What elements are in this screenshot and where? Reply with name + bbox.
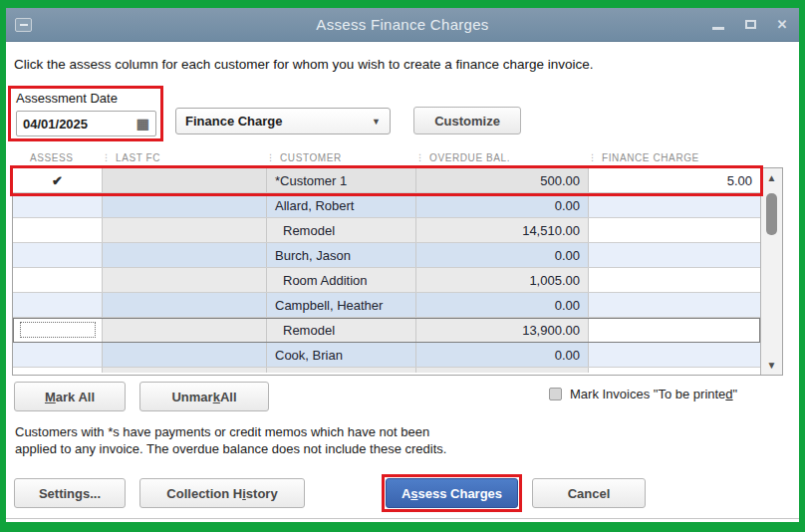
table-row-allard-remodel[interactable]: Remodel 14,510.00 xyxy=(13,218,760,243)
column-header-last-fc: ⋮LAST FC xyxy=(102,147,266,167)
label-part: Settin xyxy=(39,486,75,501)
assess-cell xyxy=(13,368,103,373)
finance-charge-cell[interactable] xyxy=(589,243,760,267)
last-fc-cell xyxy=(103,318,267,342)
overdue-bal-cell: 13,900.00 xyxy=(416,318,589,342)
table-row-campbell-heather[interactable]: Campbell, Heather 0.00 xyxy=(13,293,760,318)
customer-cell: Remodel xyxy=(267,318,416,342)
assess-cell[interactable] xyxy=(13,243,103,267)
table-row-cook-brian[interactable]: Cook, Brian 0.00 xyxy=(13,343,760,368)
collection-history-button[interactable]: Collection History xyxy=(139,478,305,508)
last-fc-cell xyxy=(103,343,267,367)
column-separator-icon: ⋮ xyxy=(415,152,424,162)
table-row-allard-robert[interactable]: Allard, Robert 0.00 xyxy=(13,193,760,218)
table-rows: ✔ *Customer 1 500.00 5.00 Allard, Robert… xyxy=(13,168,760,375)
table-row-campbell-remodel-focused[interactable]: Remodel 13,900.00 xyxy=(13,318,760,343)
label-part: Collection H xyxy=(166,486,242,501)
label-part: All xyxy=(220,390,237,404)
label-mnemonic: k xyxy=(213,390,220,404)
assess-charges-button[interactable]: Assess Charges xyxy=(386,478,518,508)
column-separator-icon: ⋮ xyxy=(102,152,111,162)
table-header: ASSESS ⋮LAST FC ⋮CUSTOMER ⋮OVERDUE BAL. … xyxy=(12,147,759,167)
customize-label: Customize xyxy=(434,114,500,129)
maximize-button[interactable] xyxy=(742,17,758,33)
overdue-bal-cell: 0.00 xyxy=(416,343,589,367)
assess-cell[interactable] xyxy=(13,193,103,217)
label-part: ark All xyxy=(56,390,95,404)
cancel-button[interactable]: Cancel xyxy=(532,478,646,508)
overdue-bal-cell: 0.00 xyxy=(416,293,589,317)
label-part: " xyxy=(733,387,738,401)
customer-cell: *Customer 1 xyxy=(267,168,416,192)
dialog-content: Click the assess column for each custome… xyxy=(6,42,799,522)
assess-cell[interactable]: ✔ xyxy=(13,168,103,192)
finance-charge-cell[interactable] xyxy=(589,343,760,367)
overdue-bal-cell: 1,005.00 xyxy=(416,268,589,292)
customer-cell: Cook, Brian xyxy=(267,343,416,367)
customer-cell: Allard, Robert xyxy=(267,193,416,217)
finance-charge-cell[interactable] xyxy=(589,268,760,292)
label-mnemonic: s xyxy=(410,486,417,501)
to-be-printed-label[interactable]: Mark Invoices "To be printed" xyxy=(570,387,737,401)
finance-charge-cell[interactable] xyxy=(589,193,760,217)
last-fc-cell xyxy=(103,193,267,217)
last-fc-cell xyxy=(103,293,267,317)
finance-charge-cell[interactable]: 5.00 xyxy=(589,168,760,192)
customer-cell: Campbell, Heather xyxy=(267,293,416,317)
label-mnemonic: g xyxy=(75,486,83,501)
assessment-date-field[interactable]: 04/01/2025 ▦ xyxy=(16,111,156,136)
scroll-down-icon[interactable]: ▼ xyxy=(761,356,782,375)
settings-button[interactable]: Settings... xyxy=(14,478,126,508)
overdue-bal-cell: 0.00 xyxy=(416,243,589,267)
table-row-room-addition[interactable]: Room Addition 1,005.00 xyxy=(13,268,760,293)
close-button[interactable]: ✕ xyxy=(774,17,790,33)
window-controls: ✕ xyxy=(710,17,790,33)
assess-cell[interactable] xyxy=(13,218,103,242)
unmark-all-button[interactable]: Unmark All xyxy=(139,382,269,411)
label-part: Cancel xyxy=(568,486,611,501)
scroll-up-icon[interactable]: ▲ xyxy=(761,168,782,187)
overdue-bal-cell: 500.00 xyxy=(416,168,589,192)
column-header-overdue-bal: ⋮OVERDUE BAL. xyxy=(415,147,588,167)
credits-note-line1: Customers with *s have payments or credi… xyxy=(15,423,446,440)
overdue-bal-cell xyxy=(416,368,589,373)
customer-table: ✔ *Customer 1 500.00 5.00 Allard, Robert… xyxy=(12,167,783,376)
label-part: story xyxy=(246,486,278,501)
table-row-partial xyxy=(13,368,760,373)
assess-cell[interactable] xyxy=(13,293,103,317)
finance-charge-item-dropdown[interactable]: Finance Charge ▼ xyxy=(175,108,391,134)
chevron-down-icon: ▼ xyxy=(372,117,381,127)
table-row-burch-jason[interactable]: Burch, Jason 0.00 xyxy=(13,243,760,268)
green-highlight-frame: Assess Finance Charges ✕ Click the asses… xyxy=(0,0,805,532)
customer-cell: Room Addition xyxy=(267,268,416,292)
assess-cell-focused[interactable] xyxy=(13,318,103,342)
finance-charge-cell xyxy=(589,368,760,373)
label-part: A xyxy=(402,486,410,501)
vertical-scrollbar[interactable]: ▲ ▼ xyxy=(760,168,782,375)
overdue-bal-cell: 14,510.00 xyxy=(416,218,589,242)
table-row-customer-1-highlighted[interactable]: ✔ *Customer 1 500.00 5.00 xyxy=(13,168,760,193)
window-title: Assess Finance Charges xyxy=(6,16,799,33)
finance-charge-item-value: Finance Charge xyxy=(185,114,283,129)
column-separator-icon: ⋮ xyxy=(266,152,275,162)
minimize-button[interactable] xyxy=(710,17,726,33)
last-fc-cell xyxy=(103,243,267,267)
last-fc-cell xyxy=(103,268,267,292)
customer-cell xyxy=(267,368,416,373)
finance-charge-cell[interactable] xyxy=(589,218,760,242)
label-part: sess Charges xyxy=(418,486,503,501)
assessment-date-value: 04/01/2025 xyxy=(23,117,88,132)
scrollbar-thumb[interactable] xyxy=(766,193,777,235)
column-header-assess: ASSESS xyxy=(12,147,102,167)
to-be-printed-checkbox[interactable] xyxy=(549,388,562,400)
calendar-icon[interactable]: ▦ xyxy=(136,117,149,131)
credits-note-line2: applied to any invoice. The overdue bala… xyxy=(15,440,446,457)
customize-button[interactable]: Customize xyxy=(413,107,521,134)
mark-all-button[interactable]: Mark All xyxy=(14,382,126,411)
finance-charge-cell[interactable] xyxy=(589,293,760,317)
assess-cell[interactable] xyxy=(13,268,103,292)
last-fc-cell xyxy=(103,218,267,242)
minimize-icon xyxy=(712,27,724,30)
assess-cell[interactable] xyxy=(13,343,103,367)
finance-charge-cell[interactable] xyxy=(589,318,760,342)
